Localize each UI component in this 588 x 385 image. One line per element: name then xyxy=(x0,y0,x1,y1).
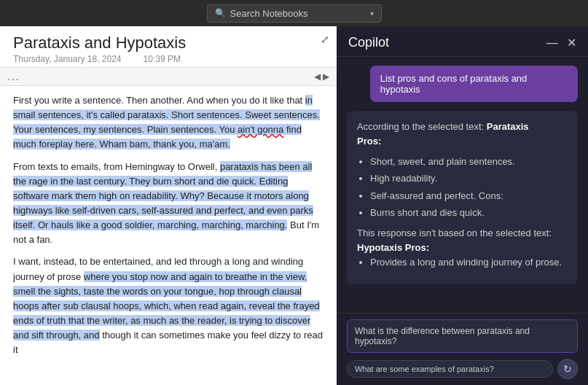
search-placeholder: Search Notebooks xyxy=(230,8,366,19)
note-date: Thursday, January 18, 2024 xyxy=(13,54,122,64)
copilot-response-card: According to the selected text: Parataxi… xyxy=(347,111,578,284)
chevron-down-icon: ▾ xyxy=(370,9,374,18)
main-area: ⤢ Parataxis and Hypotaxis Thursday, Janu… xyxy=(0,26,588,385)
response-transition: This response isn't based on the selecte… xyxy=(357,226,568,255)
note-content[interactable]: First you write a sentence. Then another… xyxy=(0,86,337,385)
copilot-title: Copilot xyxy=(348,35,389,50)
paragraph-2: From texts to emails, from Hemingway to … xyxy=(13,160,324,248)
note-title: Parataxis and Hypotaxis xyxy=(13,34,324,52)
hypotaxis-label: Hypotaxis xyxy=(357,242,402,253)
copilot-footer: What is the difference between parataxis… xyxy=(337,313,588,385)
note-toolbar: ... ◀ ▶ xyxy=(0,68,337,86)
response-intro: According to the selected text: Parataxi… xyxy=(357,120,568,149)
search-icon: 🔍 xyxy=(215,8,226,18)
list-item: High readability. xyxy=(370,171,568,186)
toolbar-dots[interactable]: ... xyxy=(7,71,20,82)
note-meta: Thursday, January 18, 2024 10:39 PM xyxy=(13,54,324,64)
copilot-header: Copilot — ✕ xyxy=(337,26,588,57)
scroll-arrows[interactable]: ◀ ▶ xyxy=(314,71,329,82)
copilot-prompt-bubble: List pros and cons of parataxis and hypo… xyxy=(370,66,578,102)
note-header: Parataxis and Hypotaxis Thursday, Januar… xyxy=(0,26,337,68)
copilot-refresh-button[interactable]: ↻ xyxy=(557,359,578,379)
parataxis-pros-list: Short, sweet, and plain sentences. High … xyxy=(357,155,568,220)
list-item: Self-assured and perfect. Cons: xyxy=(370,189,568,203)
copilot-panel: Copilot — ✕ List pros and cons of parata… xyxy=(337,26,588,385)
copilot-input[interactable]: What is the difference between parataxis… xyxy=(347,319,578,353)
copilot-minimize-button[interactable]: — xyxy=(546,36,558,50)
list-item: Provides a long and winding journey of p… xyxy=(370,255,568,270)
hypotaxis-pros-label: Pros: xyxy=(405,242,429,253)
pros-label: Pros: xyxy=(357,136,381,147)
note-time: 10:39 PM xyxy=(144,54,181,64)
list-item: Short, sweet, and plain sentences. xyxy=(370,155,568,169)
note-panel: ⤢ Parataxis and Hypotaxis Thursday, Janu… xyxy=(0,26,337,385)
copilot-close-button[interactable]: ✕ xyxy=(567,36,576,50)
copilot-suggestion-button[interactable]: What are some examples of parataxis? xyxy=(347,360,553,378)
copilot-header-icons: — ✕ xyxy=(546,36,576,50)
copilot-body[interactable]: List pros and cons of parataxis and hypo… xyxy=(337,57,588,313)
paragraph-3: I want, instead, to be entertained, and … xyxy=(13,254,324,357)
hypotaxis-pros-list: Provides a long and winding journey of p… xyxy=(357,255,568,270)
expand-icon[interactable]: ⤢ xyxy=(321,34,329,45)
search-box[interactable]: 🔍 Search Notebooks ▾ xyxy=(207,4,382,23)
parataxis-label: Parataxis xyxy=(487,121,529,132)
copilot-suggestion-row: What are some examples of parataxis? ↻ xyxy=(347,359,578,379)
refresh-icon: ↻ xyxy=(563,363,572,375)
top-bar: 🔍 Search Notebooks ▾ xyxy=(0,0,588,26)
paragraph-1: First you write a sentence. Then another… xyxy=(13,93,324,152)
list-item: Burns short and dies quick. xyxy=(370,206,568,220)
